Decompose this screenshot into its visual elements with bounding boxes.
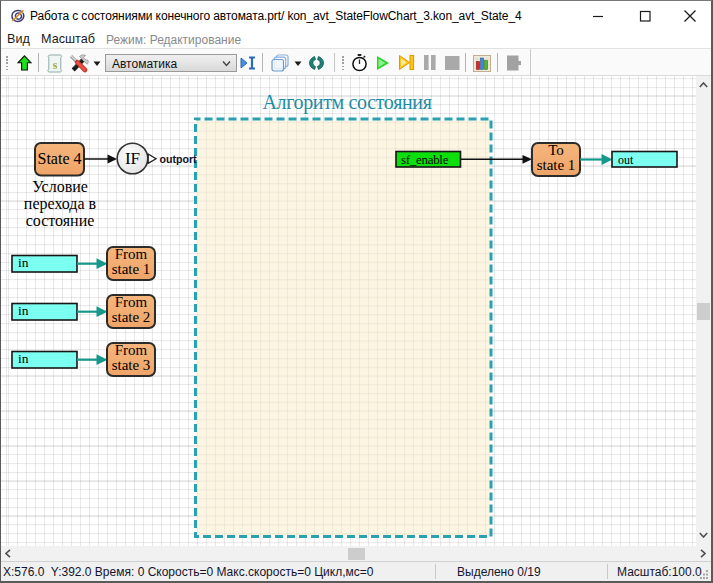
svg-text:Условие: Условие (32, 178, 88, 195)
svg-text:in: in (18, 255, 29, 270)
svg-text:IF: IF (125, 149, 140, 168)
svg-text:out: out (618, 153, 634, 167)
svg-text:state 1: state 1 (537, 157, 576, 173)
svg-text:state 1: state 1 (112, 261, 151, 277)
svg-text:state 3: state 3 (112, 357, 151, 373)
svg-text:состояние: состояние (26, 212, 95, 229)
svg-text:in: in (18, 351, 29, 366)
svg-text:outport: outport (160, 153, 198, 165)
svg-text:From: From (115, 342, 148, 358)
svg-text:Алгоритм состояния: Алгоритм состояния (262, 91, 431, 114)
svg-text:state 2: state 2 (112, 309, 151, 325)
svg-text:перехода в: перехода в (24, 195, 97, 213)
svg-text:From: From (115, 294, 148, 310)
svg-text:sf_enable: sf_enable (401, 152, 449, 167)
svg-text:in: in (18, 303, 29, 318)
svg-text:State 4: State 4 (38, 150, 82, 167)
svg-text:To: To (548, 142, 564, 158)
svg-text:From: From (115, 246, 148, 262)
